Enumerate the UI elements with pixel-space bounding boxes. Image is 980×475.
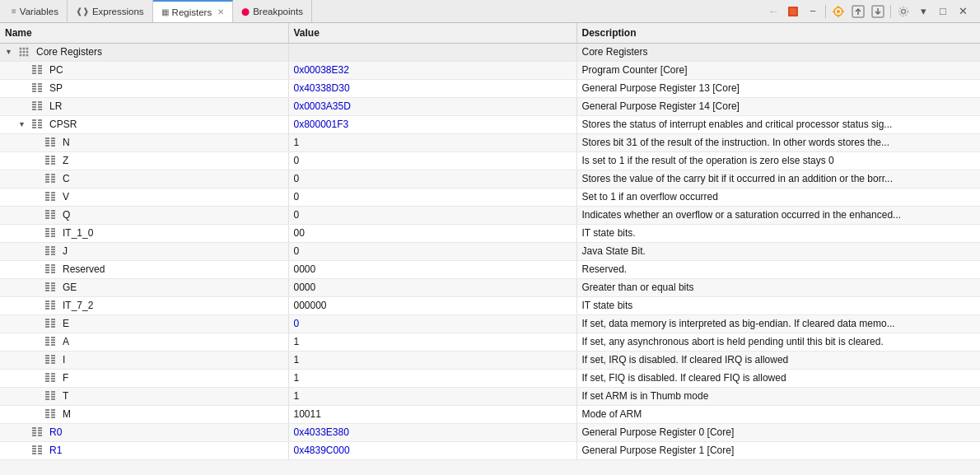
svg-point-13	[899, 7, 908, 16]
svg-rect-124	[51, 287, 55, 289]
svg-rect-184	[38, 427, 42, 429]
table-row[interactable]: GE0000Greater than or equal bits	[0, 278, 980, 296]
reg-icon	[31, 82, 46, 94]
table-row[interactable]: IT_7_2000000IT state bits	[0, 296, 980, 314]
table-row[interactable]: PC0x00038E32Program Counter [Core]	[0, 61, 980, 79]
svg-rect-1	[790, 8, 796, 15]
table-row[interactable]: J0Java State Bit.	[0, 242, 980, 260]
svg-rect-32	[38, 83, 42, 85]
table-row[interactable]: F1If set, FIQ is disabled. If cleared FI…	[0, 369, 980, 387]
svg-rect-174	[51, 398, 55, 400]
svg-rect-194	[38, 448, 42, 449]
svg-rect-94	[51, 217, 55, 219]
svg-rect-148	[51, 342, 55, 343]
tab-registers-close[interactable]: ✕	[217, 7, 224, 16]
svg-rect-83	[45, 197, 49, 198]
reg-description: General Purpose Register 14 [Core]	[576, 97, 980, 115]
table-row[interactable]: C0Stores the value of the carry bit if i…	[0, 170, 980, 188]
svg-rect-24	[38, 65, 42, 67]
reg-description: Stores bit 31 of the result of the instr…	[576, 133, 980, 151]
reg-description: Reserved.	[576, 260, 980, 278]
svg-rect-165	[45, 380, 49, 382]
svg-point-18	[23, 51, 26, 54]
reg-icon	[44, 173, 59, 184]
svg-rect-96	[51, 228, 55, 230]
svg-rect-176	[51, 409, 55, 411]
table-row[interactable]: ▼ Core RegistersCore Registers	[0, 43, 980, 61]
table-row[interactable]: N1Stores bit 31 of the result of the ins…	[0, 133, 980, 151]
reg-description: If set, data memory is interpreted as bi…	[576, 314, 980, 333]
svg-rect-172	[51, 396, 55, 398]
svg-rect-190	[38, 435, 42, 436]
svg-rect-107	[45, 251, 49, 253]
col-header-value: Value	[288, 23, 576, 43]
registers-table: Name Value Description ▼ Core RegistersC…	[0, 23, 980, 460]
reg-value: 0	[288, 151, 576, 170]
table-row[interactable]: R10x4839C000General Purpose Register 1 […	[0, 441, 980, 459]
svg-rect-74	[51, 176, 55, 178]
table-row[interactable]: T1If set ARM is in Thumb mode	[0, 387, 980, 405]
svg-rect-111	[45, 264, 49, 266]
back-button[interactable]: ←	[764, 2, 782, 21]
tab-breakpoints[interactable]: ⬤ Breakpoints	[233, 0, 312, 22]
table-row[interactable]: V0Set to 1 if an overflow occurred	[0, 188, 980, 206]
action3-button[interactable]	[869, 2, 887, 21]
svg-rect-191	[32, 445, 36, 447]
action2-button[interactable]	[849, 2, 867, 21]
tab-variables-label: Variables	[20, 7, 58, 16]
table-row[interactable]: E0If set, data memory is interpreted as …	[0, 314, 980, 333]
reg-description: Stores the value of the carry bit if it …	[576, 170, 980, 188]
svg-rect-34	[38, 86, 42, 87]
tab-variables[interactable]: ≡ Variables	[3, 0, 68, 22]
svg-rect-160	[51, 373, 55, 375]
registers-table-wrapper[interactable]: Name Value Description ▼ Core RegistersC…	[0, 23, 980, 475]
tab-expressions[interactable]: ❰❱ Expressions	[68, 0, 153, 22]
table-row[interactable]: R00x4033E380General Purpose Register 0 […	[0, 423, 980, 441]
svg-rect-100	[51, 233, 55, 235]
table-row[interactable]: Z0Is set to 1 if the result of the opera…	[0, 151, 980, 170]
reg-icon	[44, 408, 59, 420]
settings-button[interactable]	[894, 2, 912, 21]
expand-arrow[interactable]: ▼	[5, 48, 15, 56]
svg-rect-187	[32, 432, 36, 434]
forward-button[interactable]	[784, 2, 802, 21]
registers-icon: ▦	[161, 7, 169, 16]
svg-rect-102	[51, 235, 55, 237]
table-row[interactable]: SP0x40338D30General Purpose Register 13 …	[0, 79, 980, 97]
reg-value: 0	[288, 314, 576, 333]
svg-rect-193	[32, 448, 36, 449]
svg-rect-44	[38, 106, 42, 108]
svg-rect-125	[45, 290, 49, 291]
tab-registers[interactable]: ▦ Registers ✕	[153, 0, 234, 22]
svg-rect-156	[51, 360, 55, 361]
table-row[interactable]: Reserved0000Reserved.	[0, 260, 980, 278]
svg-rect-143	[45, 337, 49, 338]
svg-rect-79	[45, 192, 49, 193]
restore-button[interactable]: □	[934, 2, 952, 21]
table-row[interactable]: IT_1_000IT state bits.	[0, 224, 980, 242]
table-row[interactable]: LR0x0003A35DGeneral Purpose Register 14 …	[0, 97, 980, 115]
table-row[interactable]: Q0Indicates whether an overflow or a sat…	[0, 206, 980, 224]
svg-rect-99	[45, 233, 49, 235]
table-row[interactable]: ▼ CPSR0x800001F3Stores the status of int…	[0, 115, 980, 133]
reg-description: General Purpose Register 1 [Core]	[576, 441, 980, 459]
table-row[interactable]: A1If set, any asynchronous abort is held…	[0, 333, 980, 351]
svg-rect-168	[51, 391, 55, 393]
svg-rect-195	[32, 450, 36, 452]
window-close-button[interactable]: ✕	[954, 2, 972, 21]
table-row[interactable]: I1If set, IRQ is disabled. If cleared IR…	[0, 351, 980, 369]
svg-rect-43	[32, 106, 36, 108]
table-row[interactable]: M10011Mode of ARM	[0, 405, 980, 423]
svg-rect-75	[45, 179, 49, 180]
action1-button[interactable]	[829, 2, 847, 21]
dropdown-button[interactable]: ▾	[914, 2, 932, 21]
minimize-button[interactable]: −	[804, 2, 822, 21]
svg-rect-113	[45, 267, 49, 268]
svg-rect-178	[51, 412, 55, 413]
svg-rect-169	[45, 394, 49, 395]
svg-rect-139	[45, 324, 49, 325]
expand-arrow[interactable]: ▼	[18, 120, 28, 128]
svg-rect-140	[51, 324, 55, 325]
svg-rect-175	[45, 409, 49, 411]
svg-rect-84	[51, 197, 55, 198]
